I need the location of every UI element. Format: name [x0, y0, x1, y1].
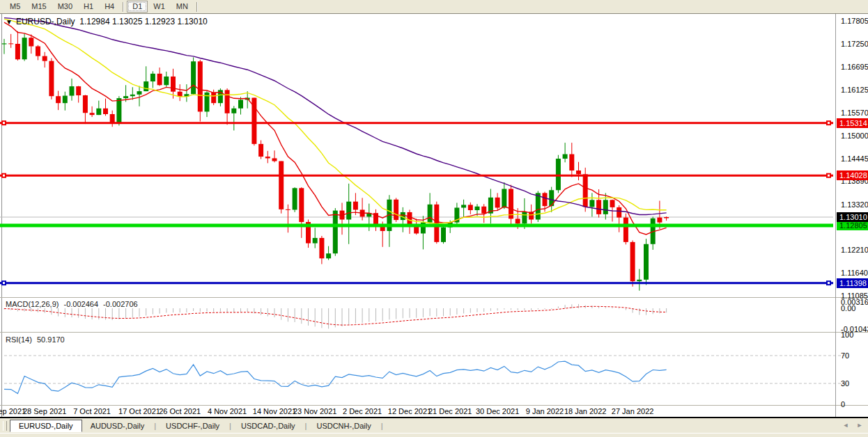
toolbar-separator: [196, 2, 198, 12]
timeframe-toolbar: M5M15M30H1H4D1W1MN: [0, 0, 868, 14]
tab-usdcad[interactable]: USDCAD-,Daily: [233, 420, 304, 431]
hline-1.11398[interactable]: [0, 280, 833, 285]
rsi-value: 50.9170: [37, 335, 65, 344]
date-tick: 30 Dec 2021: [473, 407, 522, 415]
chart-title: ▼EURUSD-,Daily 1.12984 1.13025 1.12923 1…: [6, 17, 208, 26]
date-tick: 7 Oct 2021: [68, 407, 116, 415]
tab-usdcnh[interactable]: USDCNH-,Daily: [308, 420, 379, 431]
price-tick: 1.16695: [841, 63, 868, 71]
panel-divider-3: [0, 405, 868, 406]
timeframe-button-h1[interactable]: H1: [78, 1, 99, 13]
tab-divider: |: [229, 422, 231, 430]
tab-scroll-left-icon[interactable]: ◄: [840, 420, 851, 431]
candles: [2, 31, 669, 291]
toolbar-separator: [123, 2, 124, 12]
ohlc-readout: 1.12984 1.13025 1.12923 1.13010: [79, 17, 208, 26]
date-tick: 26 Oct 2021: [155, 407, 204, 415]
rsi-label-row: RSI(14) 50.9170: [6, 335, 68, 344]
rsi-label: RSI(14): [6, 335, 32, 344]
rsi-indicator-panel[interactable]: [0, 333, 868, 405]
price-tick: 1.12210: [841, 246, 868, 254]
tab-divider: |: [154, 422, 156, 430]
current-price-badge: 1.13010: [837, 212, 868, 222]
date-tick: 23 Nov 2021: [290, 407, 339, 415]
timeframe-button-m15[interactable]: M15: [26, 1, 52, 13]
timeframe-button-d1[interactable]: D1: [127, 1, 148, 13]
panel-divider-2[interactable]: [0, 332, 868, 333]
rsi-axis-tick: 100: [841, 331, 853, 339]
hline-1.15314[interactable]: [0, 120, 833, 125]
timeframe-button-w1[interactable]: W1: [148, 1, 171, 13]
trading-platform-window: M5M15M30H1H4D1W1MN ▼EURUSD-,Daily 1.1298…: [0, 0, 868, 437]
price-tick: 1.17250: [841, 40, 868, 48]
panel-divider-1[interactable]: [0, 297, 868, 298]
rsi-axis-tick: 30: [841, 379, 849, 388]
macd-value-main: -0.002464: [63, 300, 98, 308]
price-axis-divider: [835, 14, 836, 418]
timeframe-button-mn[interactable]: MN: [171, 1, 194, 13]
symbol-name: EURUSD-,Daily: [16, 17, 75, 26]
price-badge-1.11398: 1.11398: [837, 278, 868, 288]
main-price-chart[interactable]: [0, 14, 868, 298]
price-tick: 1.15570: [841, 109, 868, 117]
price-badge-1.14028: 1.14028: [837, 170, 868, 180]
tabbar-grip: [3, 421, 7, 431]
rsi-line: [4, 361, 667, 394]
price-badge-1.12805: 1.12805: [837, 221, 868, 230]
slow-ma-line: [4, 18, 667, 215]
macd-label-row: MACD(12,26,9) -0.002464 -0.002706: [6, 300, 141, 308]
tab-eurusd[interactable]: EURUSD-,Daily: [10, 420, 82, 432]
price-tick: 1.11640: [841, 269, 868, 277]
date-tick: 27 Jan 2022: [608, 407, 657, 415]
price-tick: 1.17805: [841, 17, 868, 25]
timeframe-button-m30[interactable]: M30: [52, 1, 78, 13]
medium-ma-line: [4, 19, 667, 223]
date-tick: 2 Dec 2021: [338, 407, 387, 415]
tabs-holder: EURUSD-,DailyAUDUSD-,Daily|USDCHF-,Daily…: [10, 420, 385, 432]
tab-usdchf[interactable]: USDCHF-,Daily: [157, 420, 228, 431]
price-tick: 1.15000: [841, 132, 868, 140]
macd-value-signal: -0.002706: [103, 300, 138, 308]
tab-scroll-right-icon[interactable]: ►: [854, 420, 865, 431]
date-tick: 4 Nov 2021: [203, 407, 251, 415]
symbol-dropdown-icon[interactable]: ▼: [6, 18, 13, 26]
timeframe-button-h4[interactable]: H4: [99, 1, 120, 13]
hline-1.14028[interactable]: [0, 173, 833, 178]
date-tick: 21 Dec 2021: [426, 407, 474, 415]
timeframe-button-m5[interactable]: M5: [4, 1, 26, 13]
tab-divider: |: [381, 422, 383, 430]
tab-audusd[interactable]: AUDUSD-,Daily: [82, 420, 153, 431]
symbol-tab-bar: EURUSD-,DailyAUDUSD-,Daily|USDCHF-,Daily…: [0, 418, 868, 433]
macd-label: MACD(12,26,9): [6, 300, 59, 308]
macd-axis-tick: 0.00: [841, 304, 855, 312]
price-tick: 1.14445: [841, 154, 868, 163]
date-tick: 18 Jan 2022: [561, 407, 610, 415]
tab-divider: |: [305, 422, 307, 430]
price-tick: 1.16125: [841, 86, 868, 94]
rsi-axis-tick: 0: [841, 400, 845, 408]
price-tick: 1.13320: [841, 200, 868, 209]
date-tick: 28 Sep 2021: [20, 407, 69, 415]
rsi-axis-tick: 70: [841, 351, 849, 360]
bottom-strip: [0, 433, 868, 437]
price-badge-1.15314: 1.15314: [837, 118, 868, 128]
